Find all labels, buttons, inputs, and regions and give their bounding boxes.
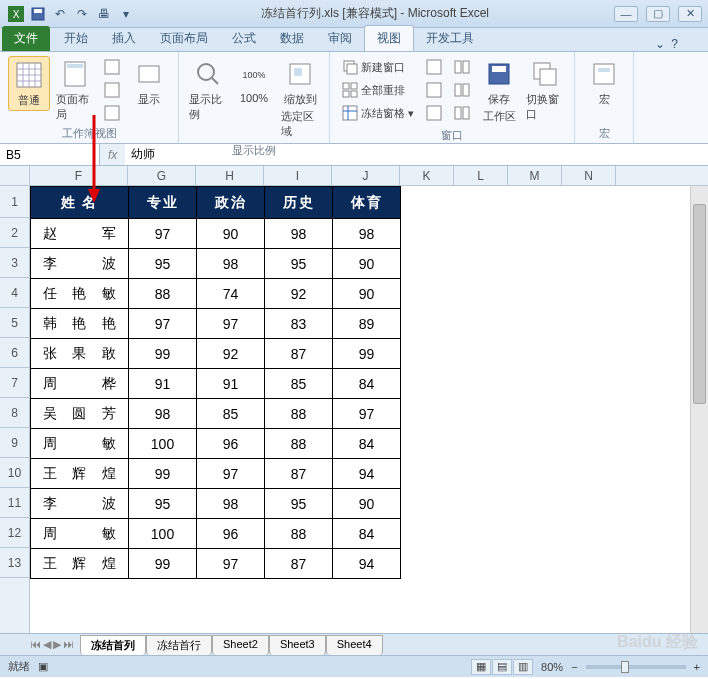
- data-cell[interactable]: 87: [265, 339, 333, 369]
- data-cell[interactable]: 90: [333, 489, 401, 519]
- macros-button[interactable]: 宏: [583, 56, 625, 109]
- excel-icon[interactable]: X: [6, 4, 26, 24]
- table-header-cell[interactable]: 历史: [265, 187, 333, 219]
- redo-icon[interactable]: ↷: [72, 4, 92, 24]
- data-cell[interactable]: 88: [265, 399, 333, 429]
- data-cell[interactable]: 85: [197, 399, 265, 429]
- data-cell[interactable]: 87: [265, 459, 333, 489]
- name-cell[interactable]: 韩 艳 艳: [31, 309, 129, 339]
- data-cell[interactable]: 90: [197, 219, 265, 249]
- tab-home[interactable]: 开始: [52, 26, 100, 51]
- name-box[interactable]: B5: [0, 144, 100, 165]
- data-cell[interactable]: 88: [265, 519, 333, 549]
- tab-page-layout[interactable]: 页面布局: [148, 26, 220, 51]
- print-icon[interactable]: 🖶: [94, 4, 114, 24]
- custom-views-button[interactable]: [100, 79, 124, 101]
- data-cell[interactable]: 99: [129, 339, 197, 369]
- data-cell[interactable]: 96: [197, 519, 265, 549]
- data-cell[interactable]: 99: [333, 339, 401, 369]
- table-header-cell[interactable]: 专业: [129, 187, 197, 219]
- data-cell[interactable]: 84: [333, 519, 401, 549]
- sheet-tab[interactable]: Sheet4: [326, 635, 383, 655]
- data-cell[interactable]: 98: [197, 249, 265, 279]
- row-header[interactable]: 10: [0, 458, 29, 488]
- zoom-out-icon[interactable]: −: [571, 661, 577, 673]
- freeze-panes-button[interactable]: 冻结窗格 ▾: [338, 102, 418, 124]
- zoom-slider-thumb[interactable]: [621, 661, 629, 673]
- tab-formulas[interactable]: 公式: [220, 26, 268, 51]
- zoom-level[interactable]: 80%: [541, 661, 563, 673]
- name-cell[interactable]: 李 波: [31, 249, 129, 279]
- show-button[interactable]: 显示: [128, 56, 170, 109]
- split-button[interactable]: [422, 56, 446, 78]
- data-cell[interactable]: 96: [197, 429, 265, 459]
- data-cell[interactable]: 95: [265, 489, 333, 519]
- data-cell[interactable]: 88: [265, 429, 333, 459]
- scrollbar-thumb[interactable]: [693, 204, 706, 404]
- normal-view-button[interactable]: 普通: [8, 56, 50, 111]
- data-cell[interactable]: 83: [265, 309, 333, 339]
- data-cell[interactable]: 99: [129, 459, 197, 489]
- page-break-view-btn[interactable]: ▥: [513, 659, 533, 675]
- tab-data[interactable]: 数据: [268, 26, 316, 51]
- data-cell[interactable]: 98: [333, 219, 401, 249]
- row-header[interactable]: 12: [0, 518, 29, 548]
- data-cell[interactable]: 87: [265, 549, 333, 579]
- data-cell[interactable]: 97: [197, 459, 265, 489]
- data-cell[interactable]: 90: [333, 249, 401, 279]
- row-header[interactable]: 5: [0, 308, 29, 338]
- data-cell[interactable]: 89: [333, 309, 401, 339]
- row-header[interactable]: 7: [0, 368, 29, 398]
- row-header[interactable]: 2: [0, 218, 29, 248]
- switch-windows-button[interactable]: 切换窗口: [524, 56, 566, 124]
- row-header[interactable]: 11: [0, 488, 29, 518]
- col-header[interactable]: L: [454, 166, 508, 185]
- col-header[interactable]: H: [196, 166, 264, 185]
- zoom-in-icon[interactable]: +: [694, 661, 700, 673]
- row-header[interactable]: 6: [0, 338, 29, 368]
- row-header[interactable]: 1: [0, 186, 29, 218]
- data-cell[interactable]: 97: [129, 219, 197, 249]
- col-header[interactable]: I: [264, 166, 332, 185]
- select-all-corner[interactable]: [0, 166, 30, 185]
- zoom-slider[interactable]: [586, 665, 686, 669]
- data-cell[interactable]: 98: [265, 219, 333, 249]
- fx-icon[interactable]: fx: [100, 148, 125, 162]
- data-cell[interactable]: 92: [197, 339, 265, 369]
- name-cell[interactable]: 周 敏: [31, 429, 129, 459]
- name-cell[interactable]: 李 波: [31, 489, 129, 519]
- data-cell[interactable]: 98: [197, 489, 265, 519]
- sheet-nav-prev-icon[interactable]: ◀: [43, 638, 51, 651]
- minimize-button[interactable]: ―: [614, 6, 638, 22]
- data-cell[interactable]: 100: [129, 429, 197, 459]
- help-icon[interactable]: ?: [671, 37, 678, 51]
- row-header[interactable]: 4: [0, 278, 29, 308]
- name-cell[interactable]: 张 果 敢: [31, 339, 129, 369]
- tab-developer[interactable]: 开发工具: [414, 26, 486, 51]
- name-cell[interactable]: 吴 圆 芳: [31, 399, 129, 429]
- zoom-selection-button[interactable]: 缩放到 选定区域: [279, 56, 321, 141]
- data-cell[interactable]: 95: [129, 249, 197, 279]
- data-cell[interactable]: 84: [333, 369, 401, 399]
- data-cell[interactable]: 92: [265, 279, 333, 309]
- data-cell[interactable]: 97: [197, 309, 265, 339]
- tab-insert[interactable]: 插入: [100, 26, 148, 51]
- normal-view-btn[interactable]: ▦: [471, 659, 491, 675]
- data-cell[interactable]: 94: [333, 549, 401, 579]
- new-window-button[interactable]: 新建窗口: [338, 56, 418, 78]
- tab-file[interactable]: 文件: [2, 26, 50, 51]
- page-layout-button[interactable]: 页面布局: [54, 56, 96, 124]
- data-cell[interactable]: 84: [333, 429, 401, 459]
- tab-review[interactable]: 审阅: [316, 26, 364, 51]
- name-cell[interactable]: 王 辉 煌: [31, 549, 129, 579]
- sheet-nav-last-icon[interactable]: ⏭: [63, 638, 74, 651]
- maximize-button[interactable]: ▢: [646, 6, 670, 22]
- data-cell[interactable]: 97: [333, 399, 401, 429]
- data-cell[interactable]: 91: [197, 369, 265, 399]
- data-cell[interactable]: 95: [265, 249, 333, 279]
- sheet-nav-first-icon[interactable]: ⏮: [30, 638, 41, 651]
- sheet-tab[interactable]: 冻结首行: [146, 635, 212, 655]
- col-header[interactable]: K: [400, 166, 454, 185]
- col-header[interactable]: J: [332, 166, 400, 185]
- row-header[interactable]: 13: [0, 548, 29, 578]
